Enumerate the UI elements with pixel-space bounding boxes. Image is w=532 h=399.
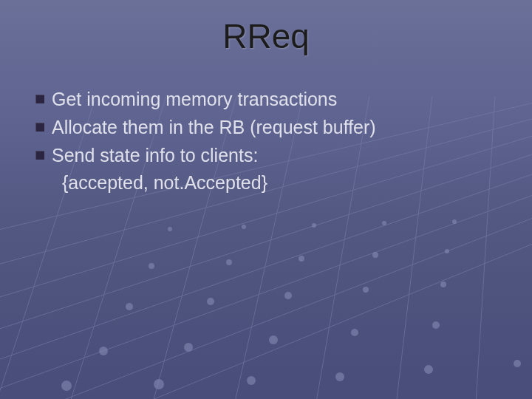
svg-line-0 — [0, 185, 532, 399]
svg-point-39 — [382, 221, 386, 225]
bullet-text: Get incoming memory transactions — [52, 87, 337, 112]
svg-point-40 — [452, 219, 457, 224]
svg-point-30 — [61, 381, 72, 391]
list-item: Get incoming memory transactions — [35, 87, 502, 112]
svg-point-17 — [269, 335, 278, 344]
svg-point-38 — [312, 223, 316, 228]
svg-point-23 — [363, 287, 369, 293]
bullet-text: Send state info to clients: — [52, 143, 258, 168]
svg-point-36 — [168, 227, 172, 231]
bullet-text: Allocate them in the RB (request buffer) — [52, 115, 376, 140]
svg-point-24 — [440, 282, 446, 287]
svg-point-31 — [154, 379, 164, 389]
svg-point-27 — [299, 256, 304, 262]
svg-line-6 — [0, 207, 532, 399]
svg-point-35 — [514, 360, 521, 367]
svg-point-37 — [242, 225, 246, 229]
svg-point-28 — [372, 252, 378, 258]
slide: RReq Get incoming memory transactions Al… — [0, 0, 532, 399]
svg-point-29 — [445, 249, 449, 253]
bullet-icon — [35, 95, 44, 103]
slide-body: Get incoming memory transactions Allocat… — [35, 87, 502, 196]
list-item: Allocate them in the RB (request buffer) — [35, 115, 502, 140]
svg-point-22 — [284, 292, 292, 299]
list-item: Send state info to clients: — [35, 143, 502, 168]
svg-point-15 — [99, 347, 108, 355]
svg-point-20 — [126, 303, 133, 310]
sub-line: {accepted, not.Accepted} — [62, 171, 502, 196]
svg-point-18 — [351, 329, 358, 336]
svg-point-34 — [424, 365, 433, 374]
svg-point-16 — [184, 343, 193, 352]
bullet-icon — [35, 123, 44, 132]
svg-point-26 — [226, 259, 232, 265]
svg-point-19 — [432, 321, 440, 329]
svg-line-7 — [0, 232, 532, 399]
bullet-icon — [35, 151, 44, 160]
svg-point-33 — [335, 372, 344, 381]
svg-point-25 — [149, 263, 154, 269]
slide-title: RReq — [0, 16, 532, 56]
background-grid — [0, 0, 532, 399]
svg-point-21 — [207, 298, 214, 305]
svg-point-32 — [247, 376, 256, 385]
